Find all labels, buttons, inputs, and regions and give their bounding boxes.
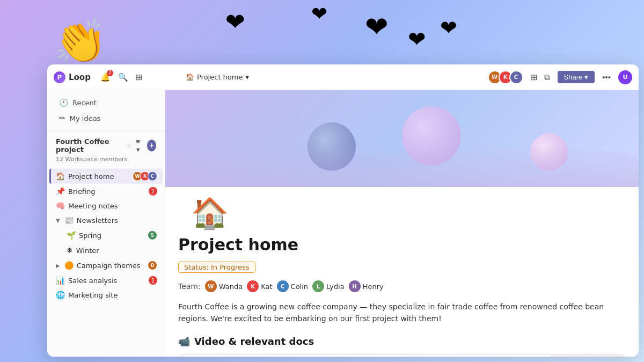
tree-item-campaign-themes[interactable]: ▶ 🟠 Campaign themes D — [49, 258, 163, 273]
newsletters-expand-icon: ▼ — [56, 218, 60, 223]
doc-card-info: W Sales & marketing strategy Edited 12 d… — [179, 355, 550, 357]
share-button[interactable]: Share ▾ — [558, 71, 595, 83]
sidebar: 🕐 Recent ✏️ My ideas Fourth Coffee proje… — [47, 90, 165, 357]
lydia-avatar: L — [312, 280, 324, 292]
tree-item-winter[interactable]: ❄️ Winter — [60, 243, 163, 257]
project-home-avatars: W K C — [133, 171, 157, 181]
spring-icon: 🌱 — [67, 231, 76, 240]
notification-badge: 2 — [107, 70, 113, 76]
doc-card[interactable]: W Sales & marketing strategy Edited 12 d… — [178, 354, 626, 357]
sidebar-item-my-ideas[interactable]: ✏️ My ideas — [50, 111, 162, 126]
team-member-lydia: L Lydia — [312, 280, 345, 292]
search-icon[interactable]: 🔍 — [118, 73, 128, 82]
tree-item-newsletters[interactable]: ▼ 📰 Newsletters — [49, 213, 163, 227]
henry-name: Henry — [363, 283, 384, 291]
main-area: 🕐 Recent ✏️ My ideas Fourth Coffee proje… — [47, 90, 639, 357]
heart-2: ❤️ — [311, 3, 327, 25]
add-page-button[interactable]: + — [147, 140, 156, 151]
title-bar: P Loop 🔔 2 🔍 ⊞ 🏠 Project home ▾ — [47, 64, 639, 90]
breadcrumb-label: Project home — [197, 73, 243, 81]
winter-icon: ❄️ — [67, 246, 73, 255]
copy-icon[interactable]: ⧉ — [542, 70, 552, 84]
wanda-name: Wanda — [219, 283, 243, 291]
recent-icon: 🕐 — [59, 98, 68, 107]
hero-orbs — [165, 90, 639, 187]
clap-emoji: 👏 — [54, 16, 107, 67]
newsletters-icon: 📰 — [64, 216, 74, 225]
tree-item-marketing-site[interactable]: 🌐 Marketing site — [49, 288, 163, 302]
more-options-button[interactable]: ••• — [600, 70, 613, 84]
hero-banner — [165, 90, 639, 187]
newsletters-children: 🌱 Spring S ❄️ Winter — [47, 228, 165, 257]
title-bar-icons: 🔔 2 🔍 ⊞ — [100, 73, 143, 82]
share-label: Share — [564, 73, 583, 81]
campaign-avatar: D — [148, 260, 157, 270]
sort-button[interactable]: ≡ ▾ — [132, 136, 144, 155]
meeting-notes-label: Meeting notes — [68, 202, 157, 210]
header-avatar-3: C — [509, 70, 523, 84]
workspace-header-row: Fourth Coffee project ☆ ≡ ▾ + — [56, 136, 156, 155]
marketing-label: Marketing site — [68, 291, 157, 299]
breadcrumb-icon: 🏠 — [186, 73, 194, 81]
project-home-icon: 🏠 — [56, 172, 65, 180]
lydia-name: Lydia — [326, 283, 345, 291]
tree-item-meeting-notes[interactable]: 🧠 Meeting notes — [49, 199, 163, 213]
sidebar-tree: 🏠 Project home W K C 📌 Briefing 2 — [47, 166, 165, 305]
status-badge: Status: In Progress — [178, 262, 255, 273]
sidebar-nav: 🕐 Recent ✏️ My ideas — [47, 90, 165, 131]
loop-app-icon: P — [54, 71, 65, 83]
briefing-label: Briefing — [68, 187, 145, 196]
section-icon: 📹 — [178, 336, 190, 347]
briefing-badge: 2 — [149, 187, 157, 196]
workspace-name-text: Fourth Coffee project — [56, 137, 123, 154]
section-title: Video & relevant docs — [194, 336, 314, 347]
notification-icon[interactable]: 🔔 2 — [100, 73, 111, 82]
breadcrumb[interactable]: 🏠 Project home ▾ — [182, 71, 252, 83]
page-emoji-icon: 🏠 — [178, 187, 626, 231]
hero-wave — [165, 144, 639, 187]
page-body: 🏠 Project home Status: In Progress Team:… — [165, 187, 639, 357]
workspace-name: Fourth Coffee project ☆ — [56, 137, 132, 154]
team-label: Team: — [178, 282, 201, 291]
team-row: Team: W Wanda K Kat C Colin L — [178, 280, 626, 292]
tree-item-briefing[interactable]: 📌 Briefing 2 — [49, 184, 163, 198]
content-area: 🏠 Project home Status: In Progress Team:… — [165, 90, 639, 357]
team-member-kat: K Kat — [247, 280, 272, 292]
sidebar-item-recent[interactable]: 🕐 Recent — [50, 95, 162, 110]
project-home-label: Project home — [68, 172, 129, 180]
tree-avatar-c: C — [148, 171, 157, 181]
heart-5: ❤️ — [440, 16, 457, 40]
app-window: P Loop 🔔 2 🔍 ⊞ 🏠 Project home ▾ — [47, 64, 639, 357]
henry-avatar: H — [349, 280, 361, 292]
newsletters-label: Newsletters — [77, 216, 157, 225]
workspace-star-icon: ☆ — [127, 142, 133, 149]
tree-item-project-home[interactable]: 🏠 Project home W K C — [49, 169, 163, 184]
sales-icon: 📊 — [56, 276, 65, 285]
title-bar-center: 🏠 Project home ▾ — [172, 71, 488, 83]
user-avatar[interactable]: U — [618, 70, 632, 84]
my-ideas-icon: ✏️ — [59, 114, 65, 122]
heart-1: ❤️ — [225, 8, 245, 35]
team-member-wanda: W Wanda — [205, 280, 243, 292]
spring-avatar: S — [148, 230, 157, 240]
tree-item-sales-analysis[interactable]: 📊 Sales analysis 1 — [49, 273, 163, 287]
workspace-actions: ≡ ▾ + — [132, 136, 156, 155]
sales-badge: 1 — [149, 276, 157, 285]
loop-logo[interactable]: P Loop — [54, 71, 91, 83]
recent-label: Recent — [72, 99, 97, 107]
grid-icon[interactable]: ⊞ — [136, 73, 143, 82]
heart-4: ❤️ — [408, 27, 426, 52]
meeting-notes-icon: 🧠 — [56, 201, 65, 210]
section-heading: 📹 Video & relevant docs — [178, 336, 626, 347]
apps-icon[interactable]: ⊞ — [529, 70, 540, 84]
campaign-expand-icon: ▶ — [56, 263, 60, 269]
sales-label: Sales analysis — [68, 277, 145, 285]
tree-item-spring[interactable]: 🌱 Spring S — [60, 228, 163, 243]
workspace-header: Fourth Coffee project ☆ ≡ ▾ + 12 Workspa… — [47, 131, 165, 166]
share-chevron: ▾ — [584, 73, 588, 81]
breadcrumb-chevron: ▾ — [245, 73, 249, 81]
team-member-colin: C Colin — [277, 280, 309, 292]
header-avatar-group: W K C — [488, 70, 523, 84]
status-label: Status: In Progress — [184, 263, 250, 271]
loop-icon-char: P — [57, 74, 62, 81]
